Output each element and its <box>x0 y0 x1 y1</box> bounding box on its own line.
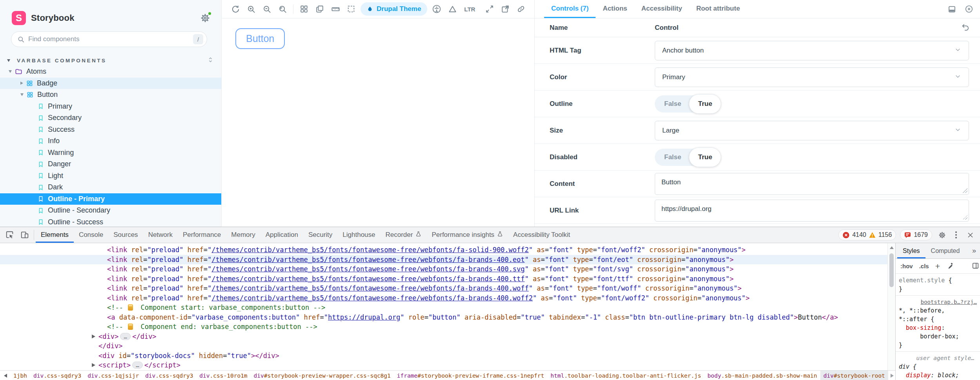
tab-root-attribute[interactable]: Root attribute <box>689 0 747 18</box>
sidebar-item-outline-secondary[interactable]: Outline - Secondary <box>0 205 221 216</box>
scrollbar-thumb[interactable] <box>889 253 894 287</box>
sidebar-item-light[interactable]: Light <box>0 170 221 182</box>
measure-button[interactable] <box>328 2 343 16</box>
sidebar-item-success[interactable]: Success <box>0 124 221 136</box>
sidebar-item-primary[interactable]: Primary <box>0 101 221 113</box>
sidebar-item-secondary[interactable]: Secondary <box>0 112 221 124</box>
size-select[interactable]: Large <box>655 121 969 140</box>
toggle-option-false[interactable]: False <box>656 100 689 108</box>
expand-arrow-icon[interactable] <box>92 363 95 367</box>
stylesheet-link[interactable]: bootstrap.b…?rzj… <box>896 298 980 306</box>
inline-expand-button[interactable]: … <box>120 333 131 340</box>
inline-expand-button[interactable]: … <box>132 362 143 369</box>
devtools-close-button[interactable] <box>963 228 978 242</box>
dom-node-anchor[interactable]: <a data-component-id="varbase_components… <box>0 313 887 322</box>
content-textarea[interactable]: Button <box>655 173 969 195</box>
breadcrumb-item[interactable]: div.css-sqdry3 <box>142 371 196 380</box>
color-select[interactable]: Primary <box>655 67 969 87</box>
sidebar-item-button[interactable]: Button <box>0 89 221 101</box>
accessibility-button[interactable] <box>429 2 444 16</box>
tab-computed[interactable]: Computed <box>925 243 965 258</box>
dom-node-link-preload[interactable]: <link rel="preload" href="/themes/contri… <box>0 245 887 255</box>
collapse-expand-all-button[interactable] <box>207 56 214 65</box>
caret-down-icon[interactable] <box>20 93 24 96</box>
open-new-tab-button[interactable] <box>497 2 513 16</box>
tab-accessibility[interactable]: Accessibility <box>634 0 689 18</box>
devtools-tab-elements[interactable]: Elements <box>36 227 74 243</box>
breadcrumb-item[interactable]: div.css-1qjsijr <box>84 371 142 380</box>
errors-warnings-badge[interactable]: 4140 1156 <box>838 229 896 240</box>
style-rule-line[interactable]: display: block; <box>896 371 980 380</box>
resource-link[interactable]: /themes/contrib/vartheme_bs5/fonts/fonta… <box>211 294 533 302</box>
resource-link[interactable]: /themes/contrib/vartheme_bs5/fonts/fonta… <box>211 256 525 264</box>
breadcrumb-item[interactable]: div.css-sqdry3 <box>30 371 84 380</box>
devtools-tab-performance[interactable]: Performance <box>178 227 226 243</box>
dom-node-comment[interactable]: <!-- Component start: varbase_components… <box>0 303 887 313</box>
style-rule-line[interactable]: element.style { <box>896 276 980 285</box>
caret-down-icon[interactable] <box>9 70 12 73</box>
breadcrumb-scroll-left-icon[interactable] <box>4 374 7 378</box>
devtools-tab-network[interactable]: Network <box>143 227 178 243</box>
devtools-tab-performance-insights[interactable]: Performance insights <box>426 227 508 243</box>
resource-link[interactable]: /themes/contrib/vartheme_bs5/fonts/fonta… <box>211 284 529 292</box>
style-rule-line[interactable]: border-box; <box>896 332 980 341</box>
sidebar-item-badge[interactable]: Badge <box>0 78 221 89</box>
breadcrumb-item[interactable]: iframe#storybook-preview-iframe.css-1nep… <box>394 371 547 380</box>
dom-node-comment[interactable]: <!-- Component end: varbase_components:b… <box>0 322 887 332</box>
devtools-more-button[interactable] <box>949 228 963 242</box>
new-style-rule-button[interactable]: + <box>935 262 940 271</box>
theme-switcher-button[interactable]: Drupal Theme <box>361 2 427 16</box>
style-rule-line[interactable]: box-sizing: <box>896 324 980 332</box>
remount-button[interactable] <box>228 2 243 16</box>
settings-menu-button[interactable] <box>199 12 211 24</box>
style-rule-line[interactable]: } <box>896 285 980 293</box>
breadcrumb-item[interactable]: 1jbh <box>10 371 30 380</box>
outline-button[interactable] <box>343 2 359 16</box>
dom-node-link-preload[interactable]: <link rel="preload" href="/themes/contri… <box>0 284 887 293</box>
dom-node-line[interactable]: <div>…</div> <box>0 332 887 342</box>
reset-controls-button[interactable] <box>961 22 970 33</box>
sidebar-item-outline-success[interactable]: Outline - Success <box>0 216 221 227</box>
search-input[interactable] <box>28 35 193 43</box>
dom-node-link-preload[interactable]: <link rel="preload" href="/themes/contri… <box>0 264 887 274</box>
resource-link[interactable]: /themes/contrib/vartheme_bs5/fonts/fonta… <box>211 275 525 283</box>
sidebar-item-danger[interactable]: Danger <box>0 158 221 170</box>
dom-node-link-preload[interactable]: <link rel="preload" href="/themes/contri… <box>0 274 887 284</box>
devtools-tab-application[interactable]: Application <box>260 227 303 243</box>
tab-controls[interactable]: Controls (7) <box>544 0 596 18</box>
sidebar-item-atoms[interactable]: Atoms <box>0 66 221 78</box>
grid-toggle-button[interactable] <box>296 2 312 16</box>
caret-right-icon[interactable] <box>20 82 23 85</box>
devtools-settings-button[interactable] <box>934 228 949 242</box>
close-panel-button[interactable] <box>962 2 976 16</box>
more-tabs-button[interactable]: » <box>970 243 978 258</box>
preview-outline-button[interactable]: Button <box>235 28 285 49</box>
dom-node-link-preload[interactable]: <link rel="preload" href="/themes/contri… <box>0 255 887 265</box>
style-rule-line[interactable]: *::after { <box>896 315 980 324</box>
devtools-tab-security[interactable]: Security <box>303 227 337 243</box>
toggle-element-state-button[interactable]: :hov <box>900 263 913 269</box>
dom-node-link-preload[interactable]: <link rel="preload" href="/themes/contri… <box>0 293 887 303</box>
text-direction-button[interactable]: LTR <box>460 6 479 13</box>
toggle-option-false[interactable]: False <box>656 153 689 161</box>
scroll-up-arrow-icon[interactable] <box>890 246 894 249</box>
backgrounds-button[interactable] <box>312 2 328 16</box>
element-classes-button[interactable]: .cls <box>919 263 929 269</box>
sidebar-section-header[interactable]: VARBASE COMPONENTS <box>7 56 214 65</box>
url-link-textarea[interactable]: https://drupal.org <box>655 200 969 222</box>
sidebar-item-outline-primary[interactable]: Outline - Primary <box>0 193 221 205</box>
resource-link[interactable]: /themes/contrib/vartheme_bs5/fonts/fonta… <box>211 246 529 254</box>
style-rule-line[interactable]: *, *::before, <box>896 306 980 315</box>
search-box[interactable]: / <box>11 31 207 47</box>
devtools-tab-accessibility-toolkit[interactable]: Accessibility Toolkit <box>508 227 575 243</box>
computed-sidebar-button[interactable] <box>972 262 979 271</box>
fullscreen-button[interactable] <box>482 2 497 16</box>
outline-toggle[interactable]: FalseTrue <box>655 95 721 113</box>
style-rule-line[interactable]: } <box>896 341 980 349</box>
elements-scrollbar[interactable] <box>887 243 895 370</box>
resource-link[interactable]: https://drupal.org <box>328 313 400 321</box>
breadcrumb-item[interactable]: body.sb-main-padded.sb-show-main <box>704 371 820 380</box>
zoom-reset-button[interactable] <box>275 2 290 16</box>
dom-node-line[interactable]: <script>…</script> <box>0 360 887 370</box>
html-tag-select[interactable]: Anchor button <box>655 41 969 60</box>
